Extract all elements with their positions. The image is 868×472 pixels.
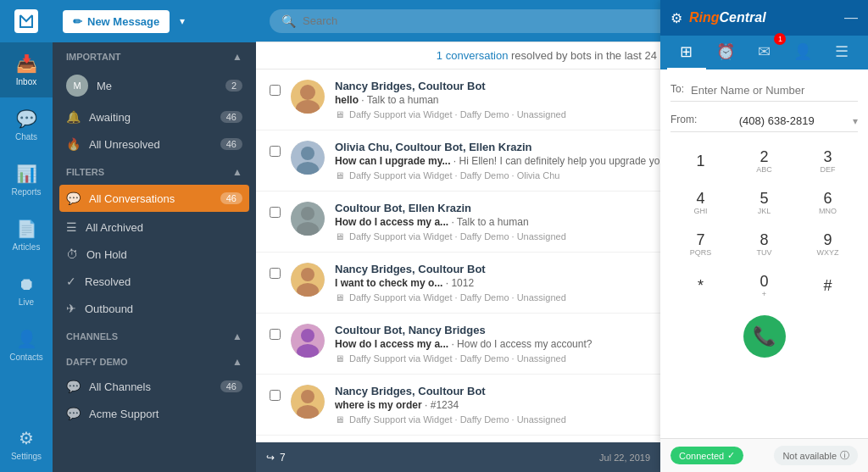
acme-icon: 💬 — [66, 407, 81, 420]
message-icon: ✉ — [758, 42, 771, 61]
archive-icon: ☰ — [66, 220, 77, 234]
dialer-tab-messages[interactable]: ✉ 1 — [745, 36, 784, 69]
chats-icon: 💬 — [16, 108, 37, 129]
widget-icon: 🖥 — [335, 170, 344, 180]
secondary-sidebar: ✏ New Message ▾ IMPORTANT ▲ M Me 2 🔔 Awa… — [53, 0, 256, 472]
dialer-keypad: 1 2ABC 3DEF 4GHI 5JKL 6MNO 7PQRS 8TUV 9W… — [670, 142, 858, 305]
live-icon: ⏺ — [18, 275, 35, 294]
svg-point-9 — [301, 268, 314, 281]
dialer-tab-keypad[interactable]: ⊞ — [667, 36, 706, 69]
sidebar-item-acme-support[interactable]: 💬 Acme Support — [53, 400, 256, 427]
sidebar-item-all-unresolved[interactable]: 🔥 All Unresolved 46 — [53, 130, 256, 158]
dialer-tabs: ⊞ ⏰ ✉ 1 👤 ☰ — [660, 36, 868, 69]
sidebar-item-resolved[interactable]: ✓ Resolved — [53, 268, 256, 295]
important-section-title: IMPORTANT ▲ — [53, 42, 256, 68]
keypad-key-2[interactable]: 2ABC — [734, 142, 794, 180]
conv-checkbox[interactable] — [270, 85, 281, 96]
all-channels-badge: 46 — [220, 380, 242, 392]
reply-icon: ↩ — [266, 452, 275, 464]
keypad-key-0[interactable]: 0+ — [734, 267, 794, 305]
dialer-tab-history[interactable]: ⏰ — [706, 36, 745, 69]
call-button-container: 📞 — [670, 315, 858, 358]
svg-point-15 — [301, 390, 314, 403]
fire-icon: 🔥 — [66, 137, 81, 151]
history-icon: ⏰ — [716, 42, 735, 61]
to-input[interactable] — [691, 84, 858, 97]
from-chevron-icon[interactable]: ▾ — [853, 115, 858, 127]
new-message-button[interactable]: ✏ New Message — [63, 10, 170, 33]
dialer-tab-menu[interactable]: ☰ — [822, 36, 861, 69]
conv-name: Nancy Bridges, Coultour Bot — [335, 263, 486, 275]
sidebar-item-outbound[interactable]: ✈ Outbound — [53, 295, 256, 322]
filters-chevron-icon[interactable]: ▲ — [232, 166, 242, 178]
keypad-key-9[interactable]: 9WXYZ — [798, 225, 858, 264]
sidebar-item-all-channels[interactable]: 💬 All Channels 46 — [53, 373, 256, 400]
nav-label-live: Live — [19, 297, 34, 307]
conv-checkbox[interactable] — [270, 329, 281, 340]
keypad-key-7[interactable]: 7PQRS — [670, 225, 731, 264]
nav-label-contacts: Contacts — [9, 353, 42, 362]
clock-icon: ⏱ — [66, 247, 78, 261]
menu-icon: ☰ — [835, 42, 849, 61]
important-chevron-icon[interactable]: ▲ — [232, 51, 242, 63]
date-display: Jul 22, 2019 — [599, 453, 650, 463]
keypad-key-6[interactable]: 6MNO — [798, 184, 858, 222]
daffy-demo-section-title: DAFFY DEMO ▲ — [53, 347, 256, 373]
keypad-key-5[interactable]: 5JKL — [734, 184, 794, 222]
dropdown-chevron-icon[interactable]: ▾ — [180, 15, 185, 27]
sidebar-item-inbox[interactable]: 📥 Inbox — [0, 42, 53, 97]
contact-icon: 👤 — [793, 42, 812, 61]
sidebar-item-articles[interactable]: 📄 Articles — [0, 208, 53, 263]
dialer-tab-contacts[interactable]: 👤 — [783, 36, 822, 69]
nav-label-chats: Chats — [15, 132, 37, 142]
keypad-key-4[interactable]: 4GHI — [670, 184, 731, 222]
sidebar-item-settings[interactable]: ⚙ Settings — [0, 417, 53, 472]
keypad-key-1[interactable]: 1 — [670, 142, 731, 180]
dialer-body: To: From: (408) 638-2819 ▾ 1 2ABC 3DEF 4… — [660, 69, 868, 438]
keypad-key-hash[interactable]: # — [798, 267, 858, 305]
conv-name: Nancy Bridges, Coultour Bot — [335, 385, 486, 397]
conversation-footer: ↩ 7 Jul 22, 2019 — [256, 442, 660, 472]
sidebar-item-chats[interactable]: 💬 Chats — [0, 97, 53, 153]
sidebar-item-live[interactable]: ⏺ Live — [0, 263, 53, 318]
sidebar-item-reports[interactable]: 📊 Reports — [0, 153, 53, 208]
sidebar-item-awaiting[interactable]: 🔔 Awaiting 46 — [53, 103, 256, 130]
sidebar-item-all-archived[interactable]: ☰ All Archived — [53, 214, 256, 241]
avatar — [291, 385, 325, 419]
bell-icon: 🔔 — [66, 110, 81, 124]
bot-banner-link[interactable]: 1 conversation — [437, 49, 509, 62]
inbox-icon: 📥 — [16, 53, 37, 74]
call-button[interactable]: 📞 — [743, 315, 786, 358]
daffy-chevron-icon[interactable]: ▲ — [232, 356, 242, 368]
settings-icon: ⚙ — [19, 428, 34, 448]
sidebar-item-all-conversations[interactable]: 💬 All Conversations 46 — [59, 185, 249, 212]
keypad-key-3[interactable]: 3DEF — [798, 142, 858, 180]
nav-label-reports: Reports — [11, 187, 41, 197]
sidebar-item-contacts[interactable]: 👤 Contacts — [0, 318, 53, 373]
not-available-badge[interactable]: Not available ⓘ — [774, 446, 858, 465]
channels-section-title: CHANNELS ▲ — [53, 322, 256, 347]
sidebar-item-me[interactable]: M Me 2 — [53, 68, 256, 103]
channels-chevron-icon[interactable]: ▲ — [232, 330, 242, 342]
keypad-key-star[interactable]: * — [670, 267, 731, 305]
conv-checkbox[interactable] — [270, 207, 281, 218]
reports-icon: 📊 — [16, 164, 37, 184]
not-available-label: Not available — [782, 451, 837, 461]
gear-icon[interactable]: ⚙ — [670, 10, 682, 26]
widget-icon: 🖥 — [335, 353, 344, 364]
close-icon[interactable]: — — [844, 10, 858, 25]
conv-checkbox[interactable] — [270, 390, 281, 401]
from-label: From: — [670, 114, 697, 125]
nav-label-inbox: Inbox — [16, 77, 36, 86]
conv-checkbox[interactable] — [270, 268, 281, 279]
sidebar-header: ✏ New Message ▾ — [53, 0, 256, 42]
sidebar-item-on-hold[interactable]: ⏱ On Hold — [53, 241, 256, 268]
to-field: To: — [670, 80, 858, 102]
dialer-header: ⚙ RingCentral — — [660, 0, 868, 36]
conv-checkbox[interactable] — [270, 146, 281, 157]
widget-icon: 🖥 — [335, 414, 344, 425]
keypad-key-8[interactable]: 8TUV — [734, 225, 794, 264]
left-navigation: 📥 Inbox 💬 Chats 📊 Reports 📄 Articles ⏺ L… — [0, 0, 53, 472]
widget-icon: 🖥 — [335, 109, 344, 119]
contacts-icon: 👤 — [16, 329, 37, 349]
